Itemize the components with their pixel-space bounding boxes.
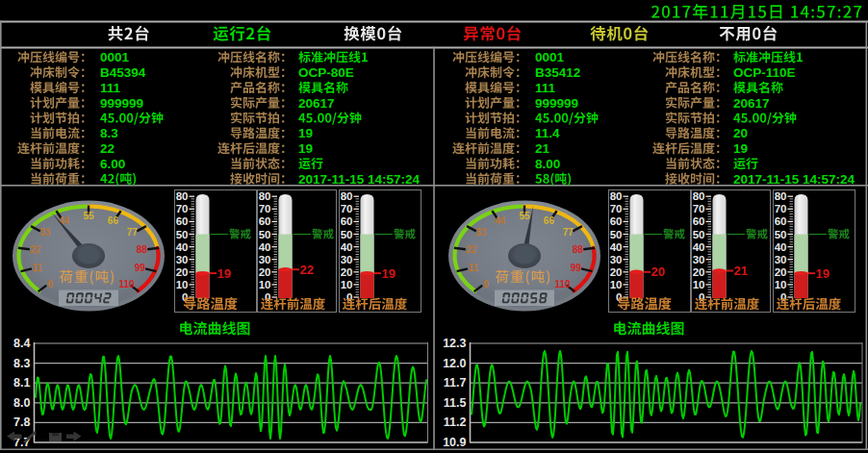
svg-text:60: 60 bbox=[775, 215, 787, 227]
svg-text:40: 40 bbox=[693, 241, 705, 253]
svg-text:70: 70 bbox=[341, 203, 353, 214]
svg-text:11.7: 11.7 bbox=[444, 376, 467, 390]
svg-text:20: 20 bbox=[341, 266, 353, 278]
svg-text:60: 60 bbox=[341, 215, 353, 227]
svg-text:80: 80 bbox=[176, 190, 189, 202]
svg-text:50: 50 bbox=[341, 229, 353, 240]
svg-text:10: 10 bbox=[176, 279, 189, 290]
svg-text:19: 19 bbox=[217, 266, 231, 281]
svg-text:80: 80 bbox=[693, 190, 705, 202]
svg-text:19: 19 bbox=[382, 266, 396, 281]
svg-text:111: 111 bbox=[100, 81, 121, 95]
svg-text:110: 110 bbox=[119, 279, 136, 289]
svg-text:33: 33 bbox=[475, 227, 487, 238]
svg-text:70: 70 bbox=[176, 203, 189, 214]
svg-text:8.1: 8.1 bbox=[13, 376, 30, 390]
svg-text:22: 22 bbox=[300, 263, 314, 277]
svg-text:22: 22 bbox=[30, 244, 41, 255]
svg-text:50: 50 bbox=[775, 229, 787, 240]
svg-text:66: 66 bbox=[544, 215, 555, 226]
svg-text:99: 99 bbox=[135, 263, 146, 273]
svg-text:44: 44 bbox=[495, 215, 506, 226]
svg-text:60: 60 bbox=[610, 215, 623, 227]
svg-text:0001: 0001 bbox=[100, 50, 130, 64]
svg-text:50: 50 bbox=[259, 229, 271, 240]
svg-text:999999: 999999 bbox=[100, 96, 143, 111]
svg-text:70: 70 bbox=[775, 203, 787, 214]
svg-text:99: 99 bbox=[571, 263, 582, 273]
svg-text:19: 19 bbox=[298, 126, 313, 140]
svg-text:21: 21 bbox=[734, 264, 748, 278]
svg-text:0: 0 bbox=[484, 279, 490, 289]
svg-text:20: 20 bbox=[610, 266, 623, 278]
svg-text:70: 70 bbox=[693, 203, 705, 214]
svg-text:19: 19 bbox=[298, 141, 313, 156]
svg-text:55: 55 bbox=[83, 211, 94, 221]
svg-text:0001: 0001 bbox=[535, 50, 565, 64]
svg-text:88: 88 bbox=[573, 244, 584, 255]
svg-text:19: 19 bbox=[733, 141, 748, 156]
svg-text:40: 40 bbox=[775, 241, 787, 253]
svg-text:111: 111 bbox=[535, 81, 556, 95]
svg-text:OCP-80E: OCP-80E bbox=[298, 65, 354, 80]
svg-text:60: 60 bbox=[259, 215, 271, 227]
svg-text:8.0: 8.0 bbox=[13, 396, 30, 410]
svg-text:21: 21 bbox=[535, 141, 550, 156]
svg-text:11.2: 11.2 bbox=[444, 415, 467, 429]
svg-text:10: 10 bbox=[610, 279, 623, 290]
svg-text:B35412: B35412 bbox=[535, 65, 580, 80]
svg-text:11: 11 bbox=[32, 263, 42, 273]
svg-text:8.3: 8.3 bbox=[100, 126, 118, 140]
svg-text:8.00: 8.00 bbox=[535, 157, 560, 171]
svg-text:20617: 20617 bbox=[733, 96, 770, 111]
svg-text:30: 30 bbox=[259, 254, 271, 265]
svg-text:12.3: 12.3 bbox=[443, 337, 466, 350]
svg-text:11.5: 11.5 bbox=[444, 396, 467, 410]
svg-text:20: 20 bbox=[651, 264, 665, 279]
svg-text:0: 0 bbox=[48, 279, 54, 289]
svg-text:66: 66 bbox=[108, 215, 119, 226]
svg-text:70: 70 bbox=[610, 203, 623, 214]
svg-text:88: 88 bbox=[137, 244, 148, 255]
svg-text:19: 19 bbox=[816, 266, 830, 281]
svg-text:2017-11-15 14:57:24: 2017-11-15 14:57:24 bbox=[733, 172, 855, 187]
svg-text:30: 30 bbox=[693, 254, 705, 265]
svg-text:40: 40 bbox=[259, 241, 271, 253]
svg-text:22: 22 bbox=[100, 141, 115, 156]
svg-text:110: 110 bbox=[555, 279, 572, 289]
svg-text:40: 40 bbox=[176, 241, 189, 253]
svg-text:70: 70 bbox=[259, 203, 271, 214]
svg-text:10: 10 bbox=[693, 279, 705, 290]
svg-text:60: 60 bbox=[693, 215, 705, 227]
svg-text:20: 20 bbox=[693, 266, 705, 278]
svg-text:30: 30 bbox=[610, 254, 623, 265]
svg-text:10: 10 bbox=[775, 279, 787, 290]
svg-text:8.4: 8.4 bbox=[13, 337, 30, 350]
svg-text:999999: 999999 bbox=[535, 96, 578, 111]
svg-text:B45394: B45394 bbox=[100, 65, 146, 80]
svg-text:80: 80 bbox=[259, 190, 271, 202]
svg-text:50: 50 bbox=[176, 229, 189, 240]
svg-text:30: 30 bbox=[775, 254, 787, 265]
svg-text:20: 20 bbox=[176, 266, 189, 278]
svg-text:30: 30 bbox=[176, 254, 189, 265]
svg-text:60: 60 bbox=[176, 215, 189, 227]
svg-text:40: 40 bbox=[610, 241, 623, 253]
svg-text:55: 55 bbox=[519, 211, 530, 221]
svg-text:50: 50 bbox=[693, 229, 705, 240]
svg-text:30: 30 bbox=[341, 254, 353, 265]
svg-text:2017-11-15 14:57:24: 2017-11-15 14:57:24 bbox=[298, 172, 421, 187]
svg-text:80: 80 bbox=[775, 190, 787, 202]
svg-text:11.4: 11.4 bbox=[535, 126, 560, 140]
svg-text:10: 10 bbox=[341, 279, 353, 290]
svg-text:10: 10 bbox=[259, 279, 271, 290]
svg-text:OCP-110E: OCP-110E bbox=[733, 65, 796, 80]
svg-text:77: 77 bbox=[563, 227, 574, 238]
svg-text:8.3: 8.3 bbox=[13, 357, 30, 370]
svg-text:77: 77 bbox=[127, 227, 139, 238]
svg-text:20: 20 bbox=[733, 126, 748, 140]
svg-text:12.0: 12.0 bbox=[443, 357, 466, 370]
svg-text:20617: 20617 bbox=[298, 96, 335, 111]
svg-text:50: 50 bbox=[610, 229, 623, 240]
svg-text:80: 80 bbox=[610, 190, 623, 202]
